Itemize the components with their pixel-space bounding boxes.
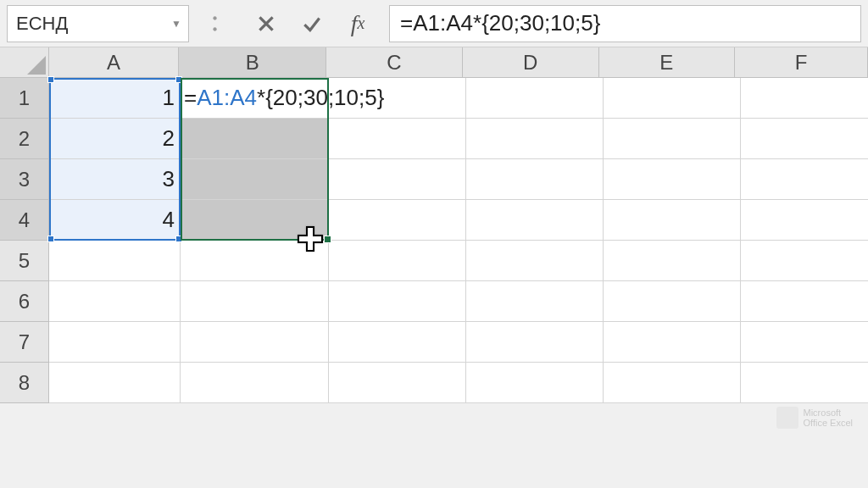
row-header-8[interactable]: 8 bbox=[0, 363, 49, 403]
cell-c8[interactable] bbox=[329, 363, 466, 403]
cell-f6[interactable] bbox=[741, 281, 868, 322]
row-header-1[interactable]: 1 bbox=[0, 78, 49, 119]
watermark-line1: Microsoft bbox=[804, 408, 854, 418]
cell-b7[interactable] bbox=[181, 322, 329, 363]
cell-e5[interactable] bbox=[604, 241, 741, 281]
formula-bar-buttons: fx bbox=[199, 5, 379, 42]
column-header-a[interactable]: A bbox=[49, 47, 180, 78]
cell-b2[interactable] bbox=[181, 119, 329, 159]
cell-d2[interactable] bbox=[466, 119, 604, 159]
cell-a5[interactable] bbox=[49, 241, 181, 281]
name-box-value: ЕСНД bbox=[16, 13, 68, 35]
cell-d1[interactable] bbox=[466, 78, 604, 119]
cell-e6[interactable] bbox=[604, 281, 741, 322]
column-header-d[interactable]: D bbox=[463, 47, 599, 78]
enter-icon[interactable] bbox=[291, 5, 333, 42]
column-header-b[interactable]: B bbox=[179, 47, 326, 78]
select-all-button[interactable] bbox=[0, 47, 49, 78]
formula-input[interactable]: =A1:A4*{20;30;10;5} bbox=[389, 5, 861, 42]
cell-c2[interactable] bbox=[329, 119, 466, 159]
formula-bar: ЕСНД ▼ fx =A1:A4*{20;30;10;5} bbox=[0, 0, 868, 47]
cell-f8[interactable] bbox=[741, 363, 868, 403]
formula-input-text: =A1:A4*{20;30;10;5} bbox=[400, 10, 600, 36]
cell-e3[interactable] bbox=[604, 159, 741, 200]
cell-c6[interactable] bbox=[329, 281, 466, 322]
cell-f1[interactable] bbox=[741, 78, 868, 119]
cell-e8[interactable] bbox=[604, 363, 741, 403]
row-header-3[interactable]: 3 bbox=[0, 159, 49, 200]
excel-logo-icon bbox=[776, 407, 798, 429]
cell-c3[interactable] bbox=[329, 159, 466, 200]
spreadsheet-grid: A B C D E F 1 2 3 4 5 6 7 8 1 =A1:A4*{20… bbox=[0, 47, 868, 403]
svg-point-0 bbox=[213, 16, 216, 19]
cell-c4[interactable] bbox=[329, 200, 466, 241]
cell-a4[interactable]: 4 bbox=[49, 200, 181, 241]
row-header-2[interactable]: 2 bbox=[0, 119, 49, 159]
cell-d4[interactable] bbox=[466, 200, 604, 241]
cell-a8[interactable] bbox=[49, 363, 181, 403]
cell-a6[interactable] bbox=[49, 281, 181, 322]
cell-b4[interactable] bbox=[181, 200, 329, 241]
cell-c5[interactable] bbox=[329, 241, 466, 281]
row-header-6[interactable]: 6 bbox=[0, 281, 49, 322]
svg-point-1 bbox=[213, 27, 216, 30]
cell-b6[interactable] bbox=[181, 281, 329, 322]
cancel-icon[interactable] bbox=[245, 5, 287, 42]
cell-f4[interactable] bbox=[741, 200, 868, 241]
cell-b1[interactable]: =A1:A4*{20;30;10;5} bbox=[181, 78, 329, 119]
cell-d3[interactable] bbox=[466, 159, 604, 200]
name-box[interactable]: ЕСНД ▼ bbox=[7, 5, 189, 42]
cell-a7[interactable] bbox=[49, 322, 181, 363]
cell-e7[interactable] bbox=[604, 322, 741, 363]
cell-b3[interactable] bbox=[181, 159, 329, 200]
cell-e1[interactable] bbox=[604, 78, 741, 119]
column-headers: A B C D E F bbox=[0, 47, 868, 78]
cell-d5[interactable] bbox=[466, 241, 604, 281]
watermark-line2: Office Excel bbox=[804, 418, 854, 428]
column-header-f[interactable]: F bbox=[735, 47, 868, 78]
column-header-e[interactable]: E bbox=[599, 47, 736, 78]
cell-f2[interactable] bbox=[741, 119, 868, 159]
watermark: Microsoft Office Excel bbox=[776, 407, 854, 429]
cell-a2[interactable]: 2 bbox=[49, 119, 181, 159]
chevron-down-icon[interactable]: ▼ bbox=[171, 18, 181, 30]
column-header-c[interactable]: C bbox=[326, 47, 463, 78]
cell-f5[interactable] bbox=[741, 241, 868, 281]
cell-b5[interactable] bbox=[181, 241, 329, 281]
row-headers: 1 2 3 4 5 6 7 8 bbox=[0, 78, 49, 403]
cell-edit-formula: =A1:A4*{20;30;10;5} bbox=[184, 85, 384, 111]
expand-formula-icon[interactable] bbox=[199, 5, 242, 42]
cell-d8[interactable] bbox=[466, 363, 604, 403]
cell-f3[interactable] bbox=[741, 159, 868, 200]
row-header-4[interactable]: 4 bbox=[0, 200, 49, 241]
cell-a3[interactable]: 3 bbox=[49, 159, 181, 200]
cell-d7[interactable] bbox=[466, 322, 604, 363]
cell-b8[interactable] bbox=[181, 363, 329, 403]
cell-d6[interactable] bbox=[466, 281, 604, 322]
cell-c7[interactable] bbox=[329, 322, 466, 363]
row-header-7[interactable]: 7 bbox=[0, 322, 49, 363]
row-header-5[interactable]: 5 bbox=[0, 241, 49, 281]
fx-icon[interactable]: fx bbox=[337, 5, 379, 42]
cell-f7[interactable] bbox=[741, 322, 868, 363]
cell-a1[interactable]: 1 bbox=[49, 78, 181, 119]
cells-area[interactable]: 1 =A1:A4*{20;30;10;5} 2 3 bbox=[49, 78, 868, 403]
cell-e4[interactable] bbox=[604, 200, 741, 241]
cell-e2[interactable] bbox=[604, 119, 741, 159]
